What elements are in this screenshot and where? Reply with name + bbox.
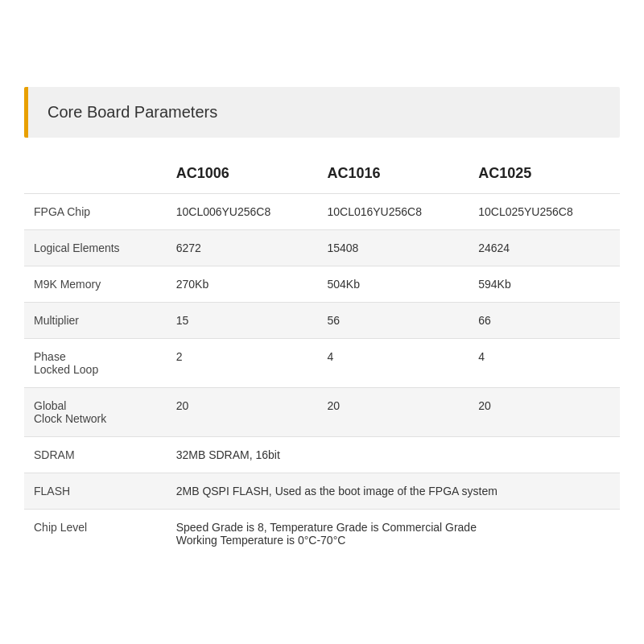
section-header: Core Board Parameters — [24, 87, 620, 138]
row-label-multiplier: Multiplier — [24, 302, 167, 338]
row-m9k-memory-ac1006: 270Kb — [167, 266, 318, 302]
row-label-m9k-memory: M9K Memory — [24, 266, 167, 302]
table-row-flash: FLASH2MB QSPI FLASH, Used as the boot im… — [24, 473, 620, 509]
row-label-flash: FLASH — [24, 473, 167, 509]
row-fpga-chip-ac1016: 10CL016YU256C8 — [317, 193, 469, 229]
table-row-phase-locked-loop: Phase Locked Loop244 — [24, 338, 620, 387]
row-global-clock-network-ac1006: 20 — [167, 387, 318, 436]
col-header-empty — [24, 157, 167, 194]
row-label-chip-level: Chip Level — [24, 509, 167, 558]
table-row-logical-elements: Logical Elements62721540824624 — [24, 229, 620, 266]
row-global-clock-network-ac1025: 20 — [469, 387, 620, 436]
row-multiplier-ac1025: 66 — [469, 302, 620, 338]
row-value-sdram: 32MB SDRAM, 16bit — [167, 436, 620, 473]
section-title: Core Board Parameters — [28, 87, 237, 138]
table-row-global-clock-network: Global Clock Network202020 — [24, 387, 620, 436]
table-row-fpga-chip: FPGA Chip10CL006YU256C810CL016YU256C810C… — [24, 193, 620, 229]
row-m9k-memory-ac1025: 594Kb — [469, 266, 620, 302]
table-row-chip-level: Chip LevelSpeed Grade is 8, Temperature … — [24, 509, 620, 558]
row-value-chip-level: Speed Grade is 8, Temperature Grade is C… — [167, 509, 620, 558]
row-value-flash: 2MB QSPI FLASH, Used as the boot image o… — [167, 473, 620, 509]
row-multiplier-ac1006: 15 — [167, 302, 318, 338]
row-logical-elements-ac1006: 6272 — [167, 229, 318, 266]
table-row-multiplier: Multiplier155666 — [24, 302, 620, 338]
row-label-fpga-chip: FPGA Chip — [24, 193, 167, 229]
row-multiplier-ac1016: 56 — [317, 302, 469, 338]
row-fpga-chip-ac1025: 10CL025YU256C8 — [469, 193, 620, 229]
row-label-sdram: SDRAM — [24, 436, 167, 473]
page-wrapper: Core Board Parameters AC1006 AC1016 AC10… — [24, 71, 620, 574]
column-header-row: AC1006 AC1016 AC1025 — [24, 157, 620, 194]
table-row-sdram: SDRAM32MB SDRAM, 16bit — [24, 436, 620, 473]
row-fpga-chip-ac1006: 10CL006YU256C8 — [167, 193, 318, 229]
params-table: AC1006 AC1016 AC1025 FPGA Chip10CL006YU2… — [24, 157, 620, 558]
row-phase-locked-loop-ac1025: 4 — [469, 338, 620, 387]
row-phase-locked-loop-ac1016: 4 — [317, 338, 469, 387]
row-label-phase-locked-loop: Phase Locked Loop — [24, 338, 167, 387]
row-label-logical-elements: Logical Elements — [24, 229, 167, 266]
row-phase-locked-loop-ac1006: 2 — [167, 338, 318, 387]
row-m9k-memory-ac1016: 504Kb — [317, 266, 469, 302]
row-global-clock-network-ac1016: 20 — [317, 387, 469, 436]
col-header-ac1025: AC1025 — [469, 157, 620, 194]
col-header-ac1016: AC1016 — [317, 157, 469, 194]
col-header-ac1006: AC1006 — [167, 157, 318, 194]
row-logical-elements-ac1025: 24624 — [469, 229, 620, 266]
row-label-global-clock-network: Global Clock Network — [24, 387, 167, 436]
table-row-m9k-memory: M9K Memory270Kb504Kb594Kb — [24, 266, 620, 302]
row-logical-elements-ac1016: 15408 — [317, 229, 469, 266]
